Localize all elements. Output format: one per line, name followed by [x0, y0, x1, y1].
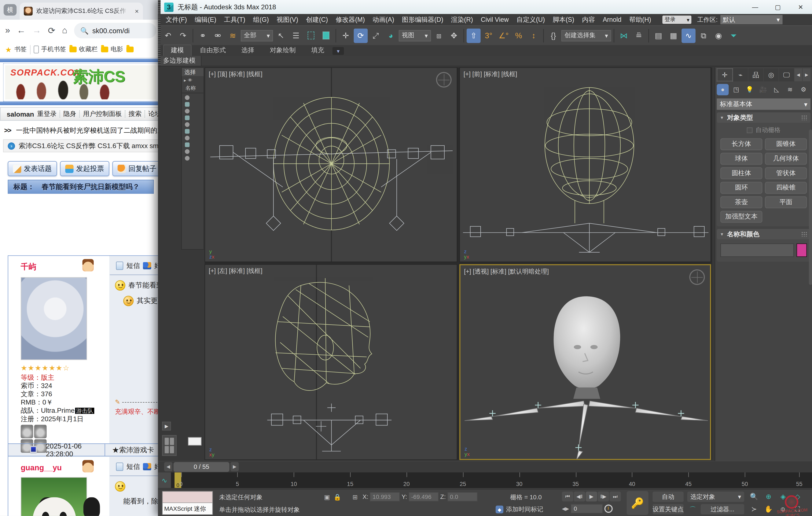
bookmark-item[interactable]: ★书签 [5, 45, 27, 54]
username-link[interactable]: 千屿 [21, 262, 36, 272]
go-to-start-icon[interactable]: ⏮ [562, 492, 573, 501]
subtab-shapes[interactable]: ◳ [730, 84, 742, 95]
layout-swatch[interactable] [188, 437, 202, 446]
time-configuration-icon[interactable] [604, 505, 613, 513]
named-selection-sets-icon[interactable]: {} [546, 28, 560, 43]
pm-link[interactable]: 短信 [126, 462, 140, 471]
news-ticker[interactable]: >> 一批中国特种兵被时光穿梭机送回了二战期间的东 [4, 126, 158, 135]
tab-hierarchy[interactable]: 品 [749, 68, 763, 81]
selection-set-dropdown[interactable]: 选定对象▾ [687, 492, 744, 502]
subtab-cameras[interactable]: 🎥 [757, 84, 769, 95]
title-bar[interactable]: 3 无标题 - Autodesk 3ds Max 2018 — ▢ ✕ [158, 0, 812, 14]
absolute-mode-icon[interactable]: ⊞ [351, 493, 359, 501]
go-to-end-icon[interactable]: ⏭ [610, 492, 621, 501]
explorer-open-arrow[interactable]: ▶ [162, 422, 171, 431]
filter-icon[interactable] [185, 122, 190, 127]
snap-3d-icon[interactable]: 3° [482, 28, 496, 43]
toggle-ribbon-icon[interactable]: ▦ [666, 28, 680, 43]
filter-icon[interactable] [185, 136, 190, 141]
filter-icon[interactable] [185, 156, 190, 161]
nav-link[interactable]: 搜索 [128, 110, 142, 118]
expand-icon[interactable]: ▸ [184, 78, 186, 83]
close-button[interactable]: ✕ [789, 0, 812, 14]
new-topic-button[interactable]: 发表话题 [8, 161, 57, 176]
isolate-selection-icon[interactable]: ▣ [323, 493, 331, 501]
eye-icon[interactable]: 👁 [188, 78, 193, 83]
previous-frame-icon[interactable]: ◀‖ [574, 492, 585, 501]
scene-explorer[interactable]: 选择 ▸👁 名称 [181, 67, 204, 250]
geosphere-button[interactable]: 几何球体 [765, 153, 807, 165]
angle-snap-icon[interactable]: ∠° [497, 28, 511, 43]
refresh-icon[interactable]: ⟳ [48, 25, 55, 36]
menu-content[interactable]: 内容 [579, 15, 599, 24]
x-coordinate-field[interactable]: 10.993 [370, 492, 400, 501]
message-icon[interactable] [116, 261, 123, 270]
viewport-label[interactable]: [+] [左] [标准] [线框] [209, 267, 262, 276]
align-icon[interactable]: ≞ [632, 28, 646, 43]
ribbon-tab-populate[interactable]: 填充 [304, 45, 331, 56]
use-pivot-center-icon[interactable]: ⧈ [432, 28, 446, 43]
login-dropdown[interactable]: 登录▾ [663, 16, 691, 24]
rollout-header[interactable]: ▼ 对象类型 [717, 112, 811, 123]
ribbon-tab-modeling[interactable]: 建模 [163, 45, 192, 56]
checkbox-icon[interactable] [747, 127, 753, 133]
viewport-front[interactable]: [+] [前] [标准] [线框] [459, 67, 711, 262]
filter-icon[interactable] [185, 102, 190, 107]
menu-create[interactable]: 创建(C) [302, 15, 332, 24]
play-icon[interactable]: ▶ [586, 492, 597, 501]
select-and-scale-icon[interactable]: ⤢ [369, 28, 383, 43]
bind-to-space-warp-icon[interactable]: ≋ [226, 28, 240, 43]
filter-icon[interactable] [185, 142, 190, 147]
current-frame-field[interactable]: 0 [571, 504, 603, 513]
menu-modifiers[interactable]: 修改器(M) [332, 15, 369, 24]
primitive-category-dropdown[interactable]: 标准基本体▾ [717, 98, 811, 110]
cylinder-button[interactable]: 圆柱体 [720, 167, 762, 179]
selection-lock-icon[interactable]: 🔒 [333, 493, 342, 501]
next-frame-arrow-icon[interactable]: ▶ [231, 462, 239, 471]
filter-icon[interactable] [185, 95, 190, 100]
menu-help[interactable]: 帮助(H) [626, 15, 655, 24]
object-name-field[interactable] [720, 243, 794, 257]
window-crossing-icon[interactable] [319, 28, 333, 43]
subtab-systems[interactable]: ⚙ [798, 84, 809, 95]
tab-display[interactable]: 🖵 [779, 68, 794, 81]
select-and-rotate-icon[interactable]: ⟳ [354, 28, 368, 43]
tab-close-icon[interactable]: × [135, 7, 139, 15]
select-and-place-icon[interactable]: ◕ [384, 28, 398, 43]
ribbon-dropdown-icon[interactable]: ▼ [332, 47, 344, 55]
subtab-helpers[interactable]: ◺ [771, 84, 782, 95]
subtab-geometry[interactable]: ● [717, 84, 729, 95]
sphere-button[interactable]: 球体 [720, 153, 762, 165]
key-mode-icon[interactable]: ◀▶ [562, 506, 569, 511]
auto-key-button[interactable]: 自动 [652, 492, 684, 502]
key-filters-button[interactable]: 过滤器... [701, 504, 744, 514]
frame-indicator[interactable]: 0 / 55 [173, 462, 229, 472]
pm-link[interactable]: 短信 [126, 261, 140, 270]
browser-tab[interactable]: 欢迎访问索沛CS1.6论坛 CS反作 × [20, 3, 143, 20]
menu-edit[interactable]: 编辑(E) [191, 15, 220, 24]
avatar[interactable] [21, 477, 87, 516]
filter-icon[interactable] [185, 149, 190, 154]
pyramid-button[interactable]: 四棱锥 [765, 182, 807, 194]
reference-coordinate-dropdown[interactable]: 视图▾ [399, 30, 431, 41]
select-object-icon[interactable]: ↖ [274, 28, 288, 43]
viewport-layout-tabs[interactable] [162, 435, 177, 456]
named-sets-dropdown[interactable]: 创建选择集▾ [561, 30, 611, 41]
menu-file[interactable]: 文件(F) [162, 15, 191, 24]
subtab-space-warps[interactable]: ≋ [784, 84, 796, 95]
snap-toggle-icon[interactable]: ⇧ [467, 28, 481, 43]
tab-motion[interactable]: ◎ [764, 68, 779, 81]
nav-link[interactable]: 重登录 [37, 110, 57, 118]
polygon-modeling-panel[interactable]: 多边形建模 [158, 56, 201, 66]
reply-button[interactable]: 回复帖子 [112, 161, 162, 176]
ribbon-tab-selection[interactable]: 选择 [234, 45, 262, 56]
menu-views[interactable]: 视图(V) [273, 15, 302, 24]
maxscript-mini-listener[interactable]: MAXScript 迷你 [162, 491, 213, 515]
menu-arnold[interactable]: Arnold [599, 16, 625, 23]
filter-icon[interactable] [185, 116, 190, 120]
bookmark-folder[interactable]: 收藏栏 [69, 45, 98, 54]
undo-icon[interactable]: ↶ [161, 28, 175, 43]
curve-editor-icon[interactable]: ∿ [682, 28, 695, 43]
maxscript-macro-pane[interactable] [163, 492, 212, 503]
ribbon-tab-object-paint[interactable]: 对象绘制 [262, 45, 303, 56]
